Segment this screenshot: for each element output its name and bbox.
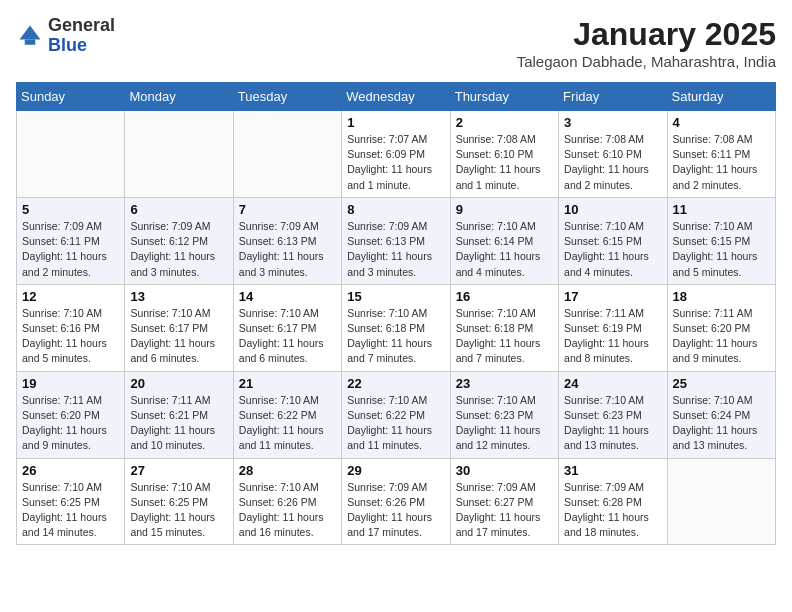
table-row: 7Sunrise: 7:09 AM Sunset: 6:13 PM Daylig…	[233, 197, 341, 284]
col-friday: Friday	[559, 83, 667, 111]
day-number: 5	[22, 202, 119, 217]
day-number: 8	[347, 202, 444, 217]
table-row	[667, 458, 775, 545]
day-number: 22	[347, 376, 444, 391]
day-number: 18	[673, 289, 770, 304]
day-info: Sunrise: 7:09 AM Sunset: 6:27 PM Dayligh…	[456, 480, 553, 541]
table-row: 6Sunrise: 7:09 AM Sunset: 6:12 PM Daylig…	[125, 197, 233, 284]
day-info: Sunrise: 7:09 AM Sunset: 6:13 PM Dayligh…	[239, 219, 336, 280]
table-row: 8Sunrise: 7:09 AM Sunset: 6:13 PM Daylig…	[342, 197, 450, 284]
logo-icon	[16, 22, 44, 50]
day-info: Sunrise: 7:11 AM Sunset: 6:20 PM Dayligh…	[673, 306, 770, 367]
table-row: 4Sunrise: 7:08 AM Sunset: 6:11 PM Daylig…	[667, 111, 775, 198]
title-block: January 2025 Talegaon Dabhade, Maharasht…	[517, 16, 776, 70]
calendar-week-row: 26Sunrise: 7:10 AM Sunset: 6:25 PM Dayli…	[17, 458, 776, 545]
day-number: 3	[564, 115, 661, 130]
day-info: Sunrise: 7:09 AM Sunset: 6:11 PM Dayligh…	[22, 219, 119, 280]
day-number: 24	[564, 376, 661, 391]
table-row: 29Sunrise: 7:09 AM Sunset: 6:26 PM Dayli…	[342, 458, 450, 545]
day-info: Sunrise: 7:10 AM Sunset: 6:16 PM Dayligh…	[22, 306, 119, 367]
logo-blue-text: Blue	[48, 35, 87, 55]
table-row: 14Sunrise: 7:10 AM Sunset: 6:17 PM Dayli…	[233, 284, 341, 371]
day-info: Sunrise: 7:10 AM Sunset: 6:18 PM Dayligh…	[347, 306, 444, 367]
day-number: 25	[673, 376, 770, 391]
day-info: Sunrise: 7:10 AM Sunset: 6:15 PM Dayligh…	[673, 219, 770, 280]
table-row: 31Sunrise: 7:09 AM Sunset: 6:28 PM Dayli…	[559, 458, 667, 545]
day-info: Sunrise: 7:10 AM Sunset: 6:26 PM Dayligh…	[239, 480, 336, 541]
table-row: 10Sunrise: 7:10 AM Sunset: 6:15 PM Dayli…	[559, 197, 667, 284]
day-info: Sunrise: 7:10 AM Sunset: 6:14 PM Dayligh…	[456, 219, 553, 280]
logo: General Blue	[16, 16, 115, 56]
calendar-header-row: Sunday Monday Tuesday Wednesday Thursday…	[17, 83, 776, 111]
col-monday: Monday	[125, 83, 233, 111]
col-saturday: Saturday	[667, 83, 775, 111]
calendar-week-row: 1Sunrise: 7:07 AM Sunset: 6:09 PM Daylig…	[17, 111, 776, 198]
day-number: 23	[456, 376, 553, 391]
day-number: 14	[239, 289, 336, 304]
day-info: Sunrise: 7:08 AM Sunset: 6:11 PM Dayligh…	[673, 132, 770, 193]
day-info: Sunrise: 7:10 AM Sunset: 6:15 PM Dayligh…	[564, 219, 661, 280]
calendar-week-row: 5Sunrise: 7:09 AM Sunset: 6:11 PM Daylig…	[17, 197, 776, 284]
month-year-title: January 2025	[517, 16, 776, 53]
calendar-table: Sunday Monday Tuesday Wednesday Thursday…	[16, 82, 776, 545]
table-row	[125, 111, 233, 198]
table-row: 19Sunrise: 7:11 AM Sunset: 6:20 PM Dayli…	[17, 371, 125, 458]
table-row	[233, 111, 341, 198]
day-number: 9	[456, 202, 553, 217]
table-row: 3Sunrise: 7:08 AM Sunset: 6:10 PM Daylig…	[559, 111, 667, 198]
calendar-week-row: 12Sunrise: 7:10 AM Sunset: 6:16 PM Dayli…	[17, 284, 776, 371]
day-number: 20	[130, 376, 227, 391]
location-subtitle: Talegaon Dabhade, Maharashtra, India	[517, 53, 776, 70]
logo-general-text: General	[48, 15, 115, 35]
table-row: 9Sunrise: 7:10 AM Sunset: 6:14 PM Daylig…	[450, 197, 558, 284]
svg-marker-0	[20, 25, 41, 39]
day-number: 19	[22, 376, 119, 391]
day-number: 2	[456, 115, 553, 130]
col-tuesday: Tuesday	[233, 83, 341, 111]
table-row: 2Sunrise: 7:08 AM Sunset: 6:10 PM Daylig…	[450, 111, 558, 198]
day-number: 15	[347, 289, 444, 304]
day-info: Sunrise: 7:10 AM Sunset: 6:22 PM Dayligh…	[239, 393, 336, 454]
table-row: 11Sunrise: 7:10 AM Sunset: 6:15 PM Dayli…	[667, 197, 775, 284]
day-info: Sunrise: 7:10 AM Sunset: 6:18 PM Dayligh…	[456, 306, 553, 367]
day-number: 7	[239, 202, 336, 217]
day-number: 12	[22, 289, 119, 304]
svg-rect-1	[25, 39, 36, 44]
day-info: Sunrise: 7:11 AM Sunset: 6:20 PM Dayligh…	[22, 393, 119, 454]
day-info: Sunrise: 7:11 AM Sunset: 6:21 PM Dayligh…	[130, 393, 227, 454]
table-row: 20Sunrise: 7:11 AM Sunset: 6:21 PM Dayli…	[125, 371, 233, 458]
table-row: 28Sunrise: 7:10 AM Sunset: 6:26 PM Dayli…	[233, 458, 341, 545]
day-number: 29	[347, 463, 444, 478]
day-info: Sunrise: 7:07 AM Sunset: 6:09 PM Dayligh…	[347, 132, 444, 193]
day-info: Sunrise: 7:09 AM Sunset: 6:28 PM Dayligh…	[564, 480, 661, 541]
table-row: 18Sunrise: 7:11 AM Sunset: 6:20 PM Dayli…	[667, 284, 775, 371]
day-info: Sunrise: 7:10 AM Sunset: 6:25 PM Dayligh…	[22, 480, 119, 541]
day-info: Sunrise: 7:10 AM Sunset: 6:22 PM Dayligh…	[347, 393, 444, 454]
table-row: 21Sunrise: 7:10 AM Sunset: 6:22 PM Dayli…	[233, 371, 341, 458]
day-info: Sunrise: 7:10 AM Sunset: 6:17 PM Dayligh…	[239, 306, 336, 367]
col-thursday: Thursday	[450, 83, 558, 111]
day-info: Sunrise: 7:08 AM Sunset: 6:10 PM Dayligh…	[456, 132, 553, 193]
day-number: 17	[564, 289, 661, 304]
table-row: 16Sunrise: 7:10 AM Sunset: 6:18 PM Dayli…	[450, 284, 558, 371]
day-info: Sunrise: 7:09 AM Sunset: 6:13 PM Dayligh…	[347, 219, 444, 280]
table-row: 17Sunrise: 7:11 AM Sunset: 6:19 PM Dayli…	[559, 284, 667, 371]
day-info: Sunrise: 7:08 AM Sunset: 6:10 PM Dayligh…	[564, 132, 661, 193]
table-row: 5Sunrise: 7:09 AM Sunset: 6:11 PM Daylig…	[17, 197, 125, 284]
day-number: 28	[239, 463, 336, 478]
day-info: Sunrise: 7:11 AM Sunset: 6:19 PM Dayligh…	[564, 306, 661, 367]
table-row: 24Sunrise: 7:10 AM Sunset: 6:23 PM Dayli…	[559, 371, 667, 458]
day-number: 26	[22, 463, 119, 478]
table-row: 22Sunrise: 7:10 AM Sunset: 6:22 PM Dayli…	[342, 371, 450, 458]
table-row: 30Sunrise: 7:09 AM Sunset: 6:27 PM Dayli…	[450, 458, 558, 545]
day-info: Sunrise: 7:10 AM Sunset: 6:17 PM Dayligh…	[130, 306, 227, 367]
table-row	[17, 111, 125, 198]
table-row: 26Sunrise: 7:10 AM Sunset: 6:25 PM Dayli…	[17, 458, 125, 545]
day-number: 6	[130, 202, 227, 217]
day-number: 10	[564, 202, 661, 217]
table-row: 25Sunrise: 7:10 AM Sunset: 6:24 PM Dayli…	[667, 371, 775, 458]
day-number: 30	[456, 463, 553, 478]
page-header: General Blue January 2025 Talegaon Dabha…	[16, 16, 776, 70]
day-number: 27	[130, 463, 227, 478]
day-info: Sunrise: 7:10 AM Sunset: 6:25 PM Dayligh…	[130, 480, 227, 541]
